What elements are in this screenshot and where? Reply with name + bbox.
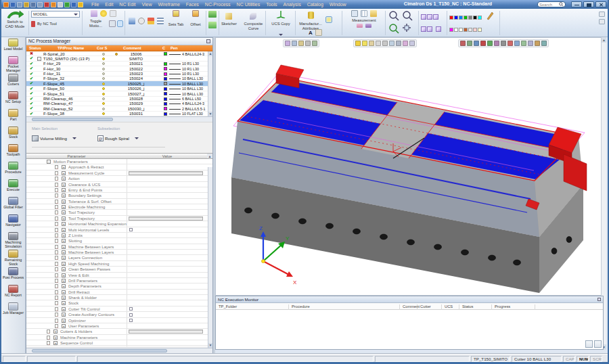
help-icon[interactable]	[78, 2, 83, 7]
zoom-window-icon[interactable]	[298, 41, 304, 46]
rewind-icon[interactable]	[508, 41, 513, 46]
sidebar-item-post-process[interactable]: Post Process	[1, 266, 25, 283]
switch-cad-mode-button[interactable]: Switch to CAD Mode	[3, 9, 27, 37]
process-table-vscrollbar[interactable]: ▲▼	[208, 51, 212, 116]
parameter-row[interactable]: +View & Edit	[26, 273, 212, 278]
parameter-row[interactable]: +Tool Trajectory	[26, 216, 212, 221]
print-icon[interactable]	[17, 2, 22, 7]
palette-color-swatch[interactable]	[454, 16, 458, 20]
visibility-bulb-icon[interactable]	[102, 62, 105, 65]
expand-icon[interactable]: +	[62, 301, 66, 305]
parameter-row[interactable]: +Horizontal Machining Expansion	[26, 221, 212, 227]
visibility-bulb-icon[interactable]	[102, 72, 105, 75]
normal-view-icon[interactable]	[292, 41, 297, 46]
col-pen[interactable]: Pen	[171, 46, 178, 50]
process-row[interactable]: ✔RM-Cleanup_461500286 BALL L50	[26, 97, 212, 101]
parameter-row[interactable]: +User Parameters	[26, 323, 212, 329]
visibility-bulb-icon[interactable]	[102, 58, 105, 60]
display-options-icon[interactable]	[409, 41, 415, 46]
model-3d-canvas[interactable]: Z Y X	[216, 38, 604, 295]
parameter-row[interactable]: +Optimizer	[26, 318, 212, 323]
filter-display-icon[interactable]	[403, 41, 408, 46]
process-row[interactable]: ✔RM-Cleanup_52150030_j2 BALL/L5.5-1	[26, 106, 212, 111]
parameter-row[interactable]: +Tool Trajectory	[26, 210, 212, 215]
visibility-bulb-icon[interactable]	[102, 87, 105, 90]
visibility-bulb-icon[interactable]	[102, 77, 105, 80]
process-row[interactable]: ✔RM-Cleanup_471500294 BALL/L24-3	[26, 101, 212, 106]
pin-icon[interactable]	[44, 2, 49, 7]
measure-flag-icon[interactable]	[370, 10, 377, 17]
col-value[interactable]: Value	[127, 154, 207, 158]
value-checkbox[interactable]	[129, 313, 133, 317]
expand-icon[interactable]: +	[62, 222, 66, 226]
expand-icon[interactable]: +	[62, 296, 66, 300]
col-c[interactable]: C	[162, 46, 165, 50]
monitor-col-ucs[interactable]: UCS	[443, 304, 459, 310]
parameter-table-hscrollbar[interactable]	[26, 348, 212, 353]
menu-nc-edit[interactable]: NC Edit	[119, 0, 135, 9]
ghost-entity-icon[interactable]	[110, 10, 116, 17]
show-only-icon[interactable]	[369, 41, 374, 46]
process-row[interactable]: ✔F-Slope_3215002410 BALL L30	[26, 76, 212, 81]
expand-icon[interactable]: +	[62, 200, 66, 204]
pin-icon[interactable]	[206, 39, 210, 43]
menu-edit[interactable]: Edit	[105, 0, 113, 9]
parameter-row[interactable]: +Sequence Control	[26, 340, 212, 346]
palette-color-swatch[interactable]	[464, 28, 468, 32]
expand-icon[interactable]: +	[62, 245, 66, 249]
monitor-col-progress[interactable]: Progress	[493, 304, 535, 310]
save-icon[interactable]	[10, 2, 16, 7]
monitor-col-tp-folder[interactable]: TP_Folder	[217, 304, 289, 310]
sidebar-item-job-manager[interactable]: Job Manager	[1, 301, 25, 319]
parameter-row[interactable]: +Entry & End Points	[26, 187, 212, 193]
sidebar-item-remaining-stock[interactable]: Remaining Stock	[1, 248, 25, 266]
monitor-col-status[interactable]: Status	[461, 304, 492, 310]
flag-icon[interactable]	[91, 10, 97, 17]
menu-window[interactable]: Window	[330, 0, 346, 9]
parameter-row[interactable]: +Clearance & UCS	[26, 182, 212, 187]
expand-icon[interactable]: +	[62, 324, 66, 328]
hide-bulb-icon[interactable]	[362, 41, 367, 46]
palette-color-swatch[interactable]	[459, 16, 463, 20]
play-icon[interactable]	[487, 41, 493, 46]
expand-icon[interactable]: +	[62, 194, 66, 198]
parameter-row[interactable]: +Cutter Tilt Control	[26, 306, 212, 312]
prev-state-icon[interactable]	[382, 41, 388, 46]
parameter-row[interactable]: +Cutters & Holders	[26, 329, 212, 334]
info-icon[interactable]	[138, 18, 145, 24]
top-view-icon[interactable]	[427, 14, 432, 20]
pause-icon[interactable]	[501, 41, 506, 46]
bottom-view-icon[interactable]	[436, 26, 441, 32]
monitor-col-procedure[interactable]: Procedure	[290, 304, 400, 310]
parameter-row[interactable]: +Create Auxiliary Contours	[26, 312, 212, 317]
palette-color-swatch[interactable]	[468, 16, 472, 20]
expand-icon[interactable]: +	[53, 329, 58, 334]
pen-icon[interactable]	[486, 11, 494, 20]
print-monitor-icon[interactable]	[585, 340, 593, 348]
palette-color-swatch[interactable]	[478, 16, 482, 20]
stop-icon[interactable]	[480, 41, 486, 46]
expand-icon[interactable]: +	[62, 183, 66, 187]
text-attribute-icon[interactable]: A	[309, 30, 313, 36]
save-monitor-icon[interactable]	[594, 340, 602, 348]
sidebar-item-part[interactable]: Part	[1, 108, 25, 125]
palette-color-swatch[interactable]	[468, 28, 472, 32]
parameter-row[interactable]: +Z Limits	[26, 233, 212, 238]
step-icon[interactable]	[494, 41, 499, 46]
show-bulb-icon[interactable]	[355, 41, 361, 46]
menu-faces[interactable]: Faces	[186, 0, 199, 9]
back-view-icon[interactable]	[427, 26, 432, 32]
graphics-viewport[interactable]: Z Y X	[215, 37, 604, 296]
options-icon[interactable]	[541, 41, 547, 46]
pan-icon[interactable]	[403, 24, 411, 32]
parameter-row[interactable]: +Shank & Holder	[26, 295, 212, 300]
parameter-row[interactable]: +Stock	[26, 300, 212, 306]
visibility-bulb-icon[interactable]	[102, 102, 105, 105]
sidebar-item-execute[interactable]: Execute	[1, 178, 25, 196]
menu-catalog[interactable]: Catalog	[307, 0, 323, 9]
expand-icon[interactable]: +	[62, 290, 66, 294]
visibility-bulb-icon[interactable]	[102, 68, 105, 70]
visibility-bulb-icon[interactable]	[102, 83, 105, 85]
menu-analysis[interactable]: Analysis	[284, 0, 301, 9]
parameter-row[interactable]: +Measurement Cycle	[26, 170, 212, 176]
